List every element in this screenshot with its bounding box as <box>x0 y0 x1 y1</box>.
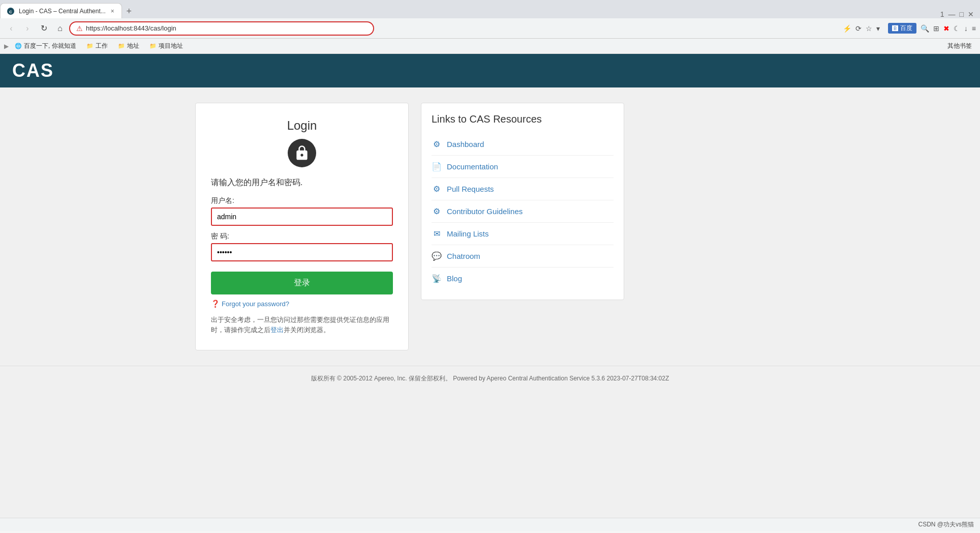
pull-requests-icon: ⚙ <box>432 184 442 194</box>
resource-documentation[interactable]: 📄 Documentation <box>432 156 614 178</box>
star-icon[interactable]: ☆ <box>866 24 872 33</box>
window-number: 1 <box>940 10 944 18</box>
new-tab-button[interactable]: + <box>122 4 136 18</box>
resource-dashboard[interactable]: ⚙ Dashboard <box>432 133 614 156</box>
navigation-bar: ‹ › ↻ ⌂ ⚠ https://localhost:8443/cas/log… <box>0 18 980 39</box>
bookmark-icon-baidu: 🌐 <box>15 43 22 49</box>
bookmarks-expand[interactable]: ▶ <box>4 43 9 50</box>
site-logo: CAS <box>12 60 54 81</box>
chatroom-icon: 💬 <box>432 251 442 261</box>
tab-favicon: C <box>7 7 15 15</box>
mailing-icon: ✉ <box>432 229 442 239</box>
page-footer: 版权所有 © 2005-2012 Apereo, Inc. 保留全部权利。 Po… <box>0 366 980 391</box>
documentation-icon: 📄 <box>432 162 442 171</box>
bookmark-icon-project: 📁 <box>149 43 157 49</box>
bottom-bar-text: CSDN @功夫vs熊猫 <box>918 520 974 529</box>
bookmark-work[interactable]: 📁 工作 <box>82 41 112 51</box>
footer-text: 版权所有 © 2005-2012 Apereo, Inc. 保留全部权利。 Po… <box>311 375 669 382</box>
home-button[interactable]: ⌂ <box>53 21 67 36</box>
window-minimize[interactable]: — <box>948 10 956 18</box>
window-maximize[interactable]: □ <box>960 10 964 18</box>
forgot-password-link[interactable]: Forgot your password? <box>222 300 289 308</box>
browser-tab[interactable]: C Login - CAS – Central Authent... × <box>0 3 122 18</box>
lightning-icon: ⚡ <box>843 24 851 33</box>
other-bookmarks[interactable]: 其他书签 <box>943 41 976 51</box>
question-icon: ❓ <box>211 300 220 308</box>
mailing-link[interactable]: Mailing Lists <box>447 229 489 238</box>
password-input[interactable] <box>211 243 393 261</box>
bookmark-icon-address: 📁 <box>118 43 125 49</box>
resources-card: Links to CAS Resources ⚙ Dashboard 📄 Doc… <box>421 103 624 300</box>
tab-close-button[interactable]: × <box>110 7 115 16</box>
dashboard-link[interactable]: Dashboard <box>447 140 484 149</box>
contributor-icon: ⚙ <box>432 206 442 216</box>
url-display: https://localhost:8443/cas/login <box>86 24 367 32</box>
resources-title: Links to CAS Resources <box>432 113 614 125</box>
moon-icon[interactable]: ☾ <box>954 24 960 33</box>
refresh-icon: ⟳ <box>855 24 862 33</box>
logout-link[interactable]: 登出 <box>270 326 284 334</box>
username-input[interactable] <box>211 208 393 226</box>
search-icon[interactable]: 🔍 <box>921 24 929 33</box>
resource-blog[interactable]: 📡 Blog <box>432 268 614 289</box>
chatroom-link[interactable]: Chatroom <box>447 252 480 260</box>
login-button[interactable]: 登录 <box>211 272 393 294</box>
forward-button[interactable]: › <box>20 21 35 36</box>
lock-icon <box>294 145 310 161</box>
grid-icon[interactable]: ⊞ <box>933 24 939 33</box>
bookmark-project[interactable]: 📁 项目地址 <box>145 41 187 51</box>
contributor-link[interactable]: Contributor Guidelines <box>447 207 523 216</box>
page-wrapper: CAS Login 请输入您的用户名和密码. 用户名: 密 码: 登录 ❓ <box>0 54 980 518</box>
pull-requests-link[interactable]: Pull Requests <box>447 185 494 193</box>
bookmark-icon-work: 📁 <box>86 43 94 49</box>
bookmark-address[interactable]: 📁 地址 <box>114 41 143 51</box>
resource-contributor[interactable]: ⚙ Contributor Guidelines <box>432 200 614 223</box>
svg-text:C: C <box>9 10 12 14</box>
menu-icon[interactable]: ≡ <box>972 24 976 33</box>
baidu-icon: 🅱 <box>892 25 898 32</box>
username-label: 用户名: <box>211 196 393 205</box>
password-label: 密 码: <box>211 232 393 241</box>
documentation-link[interactable]: Documentation <box>447 162 498 171</box>
site-header: CAS <box>0 54 980 87</box>
password-group: 密 码: <box>211 232 393 261</box>
download-icon[interactable]: ↓ <box>964 24 968 33</box>
address-bar[interactable]: ⚠ https://localhost:8443/cas/login <box>69 21 374 36</box>
bookmarks-bar: ▶ 🌐 百度一下, 你就知道 📁 工作 📁 地址 📁 项目地址 其他书签 <box>0 39 980 54</box>
tab-title: Login - CAS – Central Authent... <box>19 8 106 15</box>
forgot-password-row: ❓ Forgot your password? <box>211 300 393 308</box>
bookmark-baidu[interactable]: 🌐 百度一下, 你就知道 <box>11 41 80 51</box>
resource-mailing[interactable]: ✉ Mailing Lists <box>432 223 614 245</box>
star-down-icon[interactable]: ▾ <box>876 24 880 33</box>
refresh-button[interactable]: ↻ <box>37 21 51 36</box>
baidu-button[interactable]: 🅱 百度 <box>888 23 916 34</box>
window-close[interactable]: ✕ <box>968 10 974 18</box>
resource-pull-requests[interactable]: ⚙ Pull Requests <box>432 178 614 200</box>
back-button[interactable]: ‹ <box>4 21 18 36</box>
bottom-bar: CSDN @功夫vs熊猫 <box>0 518 980 531</box>
browser-right-controls: ⚡ ⟳ ☆ ▾ 🅱 百度 🔍 ⊞ ✖ ☾ ↓ ≡ <box>843 23 976 34</box>
close-red-icon[interactable]: ✖ <box>943 24 950 33</box>
username-group: 用户名: <box>211 196 393 226</box>
security-warning-icon: ⚠ <box>76 24 83 33</box>
blog-icon: 📡 <box>432 274 442 283</box>
login-card: Login 请输入您的用户名和密码. 用户名: 密 码: 登录 ❓ Forgot… <box>195 103 409 350</box>
window-controls: 1 — □ ✕ <box>940 10 980 18</box>
login-title: Login <box>211 119 393 133</box>
dashboard-icon: ⚙ <box>432 139 442 149</box>
login-icon <box>288 139 316 167</box>
main-content: Login 请输入您的用户名和密码. 用户名: 密 码: 登录 ❓ Forgot… <box>185 87 795 366</box>
login-subtitle: 请输入您的用户名和密码. <box>211 177 393 188</box>
security-note: 出于安全考虑，一旦您访问过那些需要您提供凭证信息的应用时，请操作完成之后登出并关… <box>211 315 393 335</box>
blog-link[interactable]: Blog <box>447 274 462 283</box>
resource-chatroom[interactable]: 💬 Chatroom <box>432 245 614 268</box>
